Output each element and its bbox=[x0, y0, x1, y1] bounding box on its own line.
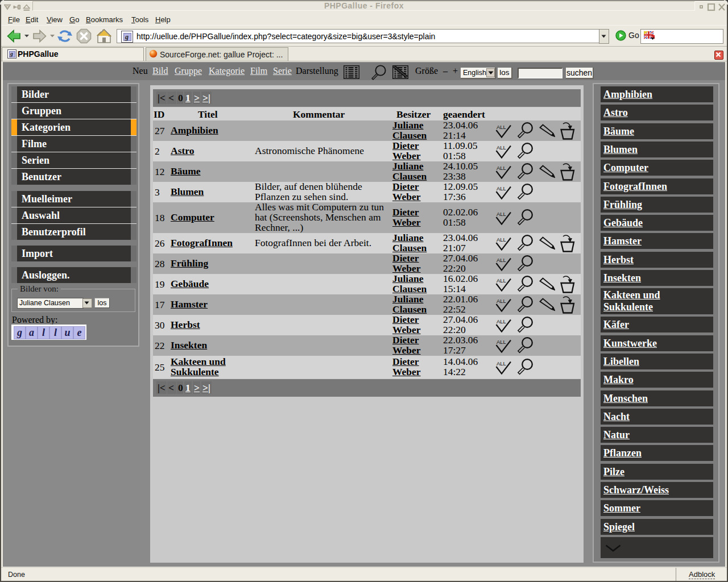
svg-text:ALL: ALL bbox=[497, 211, 506, 217]
svg-text:ALL: ALL bbox=[497, 144, 506, 151]
svg-text:ALL: ALL bbox=[497, 277, 506, 284]
svg-text:ALL: ALL bbox=[497, 185, 506, 192]
svg-text:ALL: ALL bbox=[497, 298, 506, 304]
svg-text:ALL: ALL bbox=[497, 236, 506, 243]
svg-text:ALL: ALL bbox=[497, 360, 506, 367]
svg-text:ALL: ALL bbox=[497, 318, 506, 325]
svg-text:ALL: ALL bbox=[497, 124, 506, 130]
svg-text:ALL: ALL bbox=[497, 257, 506, 263]
svg-text:ALL: ALL bbox=[497, 165, 506, 171]
svg-text:ALL: ALL bbox=[497, 339, 506, 345]
